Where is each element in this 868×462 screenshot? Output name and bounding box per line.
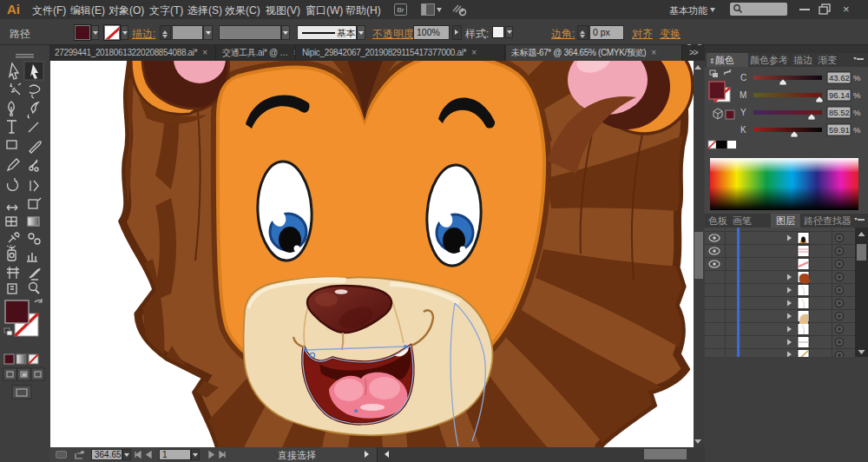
svg-text:%: %	[853, 108, 861, 117]
svg-text:59.91: 59.91	[829, 125, 850, 135]
svg-text:43.62: 43.62	[829, 73, 850, 82]
svg-text:Y: Y	[740, 108, 746, 117]
svg-text:%: %	[853, 125, 861, 135]
svg-text:K: K	[740, 125, 746, 135]
svg-text:96.14: 96.14	[829, 90, 850, 100]
svg-text:M: M	[740, 90, 746, 100]
svg-text:C: C	[740, 73, 746, 82]
svg-text:85.52: 85.52	[829, 108, 850, 117]
svg-text:%: %	[853, 73, 861, 82]
svg-text:%: %	[853, 90, 861, 100]
